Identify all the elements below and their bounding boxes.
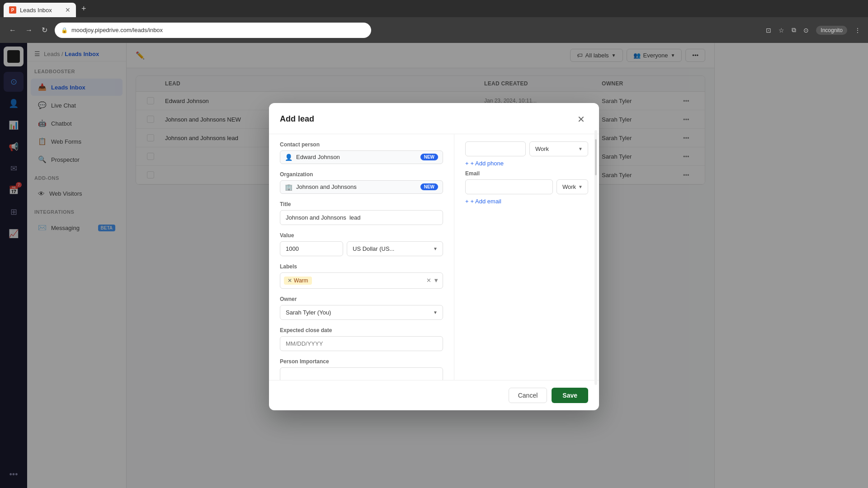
email-inputs-row: Work Home Other <box>465 179 588 194</box>
browser-toolbar: ← → ↻ 🔒 moodjoy.pipedrive.com/leads/inbo… <box>0 17 868 43</box>
title-input[interactable] <box>280 210 443 225</box>
person-importance-group: Person Importance <box>280 358 443 380</box>
expected-close-label: Expected close date <box>280 327 443 333</box>
add-email-btn[interactable]: + + Add email <box>465 198 588 205</box>
phone-type-select[interactable]: Work Home Mobile <box>529 141 588 156</box>
contact-person-label: Contact person <box>280 141 443 148</box>
org-icon: 🏢 <box>285 183 292 191</box>
plus-icon: + <box>465 160 469 167</box>
modal-header: Add lead ✕ <box>269 103 599 134</box>
url-text: moodjoy.pipedrive.com/leads/inbox <box>71 27 163 33</box>
modal-scroll-thumb <box>595 139 597 175</box>
organization-field[interactable]: 🏢 Johnson and Johnsons NEW <box>280 180 443 194</box>
incognito-badge: Incognito <box>816 26 847 35</box>
email-type-wrapper: Work Home Other <box>557 179 588 194</box>
email-input[interactable] <box>465 179 553 194</box>
new-tab-btn[interactable]: + <box>78 2 90 15</box>
person-importance-label: Person Importance <box>280 358 443 365</box>
value-label: Value <box>280 232 443 239</box>
title-label: Title <box>280 201 443 207</box>
labels-group: Labels ✕ Warm ✕ ▼ <box>280 263 443 289</box>
expected-close-input[interactable] <box>280 336 443 351</box>
organization-label: Organization <box>280 171 443 178</box>
browser-tab-active[interactable]: P Leads Inbox ✕ <box>4 3 76 17</box>
add-phone-btn[interactable]: + + Add phone <box>465 160 588 167</box>
label-clear-btn[interactable]: ✕ ▼ <box>426 277 439 284</box>
contact-person-field[interactable]: 👤 Edward Johnson NEW <box>280 150 443 164</box>
expected-close-group: Expected close date <box>280 327 443 351</box>
add-email-label: + Add email <box>471 198 501 205</box>
browser-actions: ⊡ ☆ ⧉ ⊙ Incognito ⋮ <box>766 26 861 35</box>
tag-remove-icon[interactable]: ✕ <box>288 277 292 284</box>
org-new-badge: NEW <box>420 183 438 190</box>
tab-favicon: P <box>9 6 16 14</box>
person-importance-input[interactable] <box>280 367 443 380</box>
url-bar[interactable]: 🔒 moodjoy.pipedrive.com/leads/inbox <box>55 23 371 38</box>
cancel-button[interactable]: Cancel <box>509 388 547 403</box>
modal-left-column: Contact person 👤 Edward Johnson NEW Orga… <box>269 134 454 380</box>
phone-inputs-row: Work Home Mobile <box>465 141 588 156</box>
browser-tabs: P Leads Inbox ✕ + <box>0 0 868 17</box>
owner-select[interactable]: Sarah Tyler (You) <box>280 305 443 320</box>
reload-btn[interactable]: ↻ <box>40 24 49 36</box>
title-group: Title <box>280 201 443 225</box>
contact-new-badge: NEW <box>420 154 438 160</box>
clear-x-icon: ✕ <box>426 277 431 284</box>
labels-field[interactable]: ✕ Warm ✕ ▼ <box>280 272 443 289</box>
back-btn[interactable]: ← <box>7 24 18 36</box>
email-label: Email <box>465 170 588 177</box>
forward-btn[interactable]: → <box>24 24 34 36</box>
modal-footer: Cancel Save <box>269 380 599 410</box>
owner-group: Owner Sarah Tyler (You) <box>280 296 443 320</box>
modal-right-column: Work Home Mobile + + Add phone Email <box>454 134 599 380</box>
owner-select-wrapper: Sarah Tyler (You) <box>280 305 443 320</box>
contact-person-value: Edward Johnson <box>296 154 340 160</box>
bookmark-icon[interactable]: ☆ <box>778 27 784 34</box>
modal-scrollbar[interactable] <box>594 130 597 385</box>
save-button[interactable]: Save <box>552 388 588 403</box>
plus-email-icon: + <box>465 198 469 205</box>
labels-label: Labels <box>280 263 443 270</box>
currency-select[interactable]: US Dollar (US... <box>347 241 443 256</box>
add-phone-label: + Add phone <box>471 160 504 167</box>
phone-type-wrapper: Work Home Mobile <box>529 141 588 156</box>
organization-group: Organization 🏢 Johnson and Johnsons NEW <box>280 171 443 194</box>
lock-icon: 🔒 <box>61 27 68 33</box>
tag-label: Warm <box>294 277 308 284</box>
browser-chrome: P Leads Inbox ✕ + ← → ↻ 🔒 moodjoy.pipedr… <box>0 0 868 43</box>
chevron-down-icon: ▼ <box>433 277 439 284</box>
menu-icon[interactable]: ⋮ <box>854 27 861 34</box>
email-group: Email Work Home Other + + <box>465 170 588 205</box>
modal-body: Contact person 👤 Edward Johnson NEW Orga… <box>269 134 599 380</box>
value-amount-input[interactable] <box>280 241 343 256</box>
phone-group: Work Home Mobile + + Add phone <box>465 141 588 167</box>
modal-close-btn[interactable]: ✕ <box>574 112 588 127</box>
owner-label: Owner <box>280 296 443 302</box>
value-group: Value US Dollar (US... <box>280 232 443 256</box>
contact-person-group: Contact person 👤 Edward Johnson NEW <box>280 141 443 164</box>
organization-value: Johnson and Johnsons <box>296 183 357 190</box>
modal-overlay: Add lead ✕ Contact person 👤 Edward Johns… <box>0 43 868 488</box>
tab-title: Leads Inbox <box>20 7 52 14</box>
currency-select-wrapper: US Dollar (US... <box>347 241 443 256</box>
phone-number-input[interactable] <box>465 141 526 156</box>
profile-icon[interactable]: ⊙ <box>803 27 809 34</box>
extensions-icon[interactable]: ⧉ <box>792 26 796 34</box>
value-row: US Dollar (US... <box>280 241 443 256</box>
modal-title: Add lead <box>280 114 314 124</box>
add-lead-modal: Add lead ✕ Contact person 👤 Edward Johns… <box>269 103 599 410</box>
cast-icon[interactable]: ⊡ <box>766 27 771 34</box>
email-type-select[interactable]: Work Home Other <box>557 179 588 194</box>
person-icon: 👤 <box>285 154 292 161</box>
warm-tag: ✕ Warm <box>284 277 312 285</box>
tab-close-btn[interactable]: ✕ <box>65 6 71 14</box>
